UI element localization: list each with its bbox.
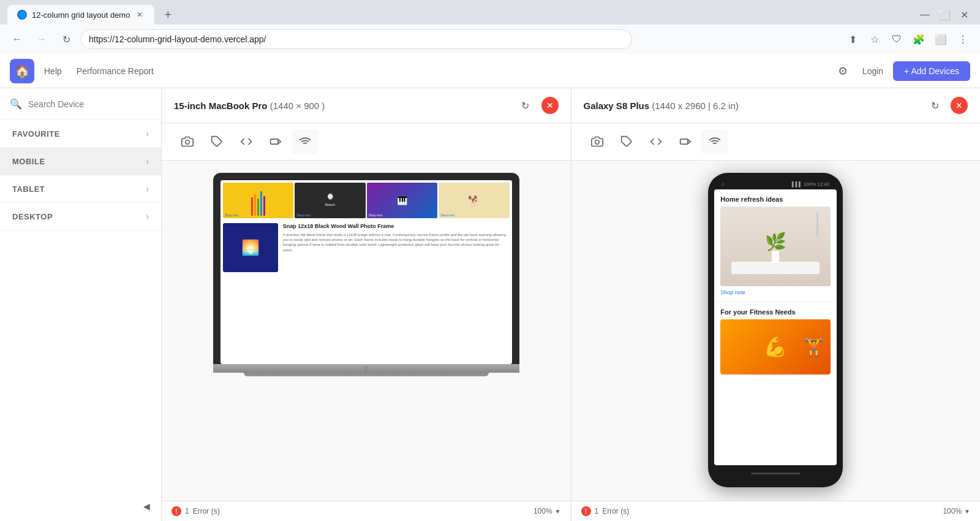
bookmark-button[interactable]: ☆	[865, 29, 884, 49]
tag-tool-right[interactable]	[613, 129, 640, 154]
device-name-left: 15-inch MacBook Pro	[174, 101, 268, 111]
sidebar-item-favourite[interactable]: FAVOURITE ›	[0, 120, 161, 148]
svg-marker-3	[278, 140, 281, 144]
url-text: https://12-column-grid-layout-demo.verce…	[89, 34, 266, 44]
browser-tab[interactable]: 🌐 12-column grid layout demo ✕	[7, 5, 154, 25]
zoom-arrow-right: ▼	[964, 508, 970, 515]
gear-icon: ⚙	[838, 64, 848, 78]
svg-marker-8	[688, 140, 690, 144]
laptop-mockup: Shop now	[213, 173, 519, 376]
browser-nav-bar: ← → ↻ https://12-column-grid-layout-demo…	[0, 25, 980, 54]
wifi-tool-left[interactable]	[292, 129, 318, 154]
camera-tool-left[interactable]	[174, 129, 201, 154]
extension-button[interactable]: 🛡	[887, 29, 907, 49]
app-nav: Help Performance Report	[44, 66, 154, 76]
forward-button[interactable]: →	[32, 29, 51, 49]
app-logo: 🏠	[10, 59, 34, 83]
window-maximize-button[interactable]: ⬜	[936, 6, 953, 23]
share-button[interactable]: ⬆	[843, 29, 862, 49]
device-title-left: 15-inch MacBook Pro (1440 × 900 )	[174, 101, 325, 111]
device-header-left: 15-inch MacBook Pro (1440 × 900 ) ↻ ✕	[162, 88, 571, 123]
chevron-right-icon-desktop: ›	[146, 211, 149, 221]
zoom-control-left[interactable]: 100% ▼	[533, 507, 561, 515]
product-desc-left: A timeless flat black frame that holds a…	[283, 232, 510, 253]
settings-button[interactable]: ⚙	[833, 61, 853, 81]
device-panel-right: Galaxy S8 Plus (1440 x 2960 | 6.2 in) ↻ …	[571, 88, 981, 521]
tab-title: 12-column grid layout demo	[32, 10, 130, 20]
sidebar: 🔍 FAVOURITE › MOBILE › TABLET › DESKTOP …	[0, 88, 162, 521]
device-panel-left: 15-inch MacBook Pro (1440 × 900 ) ↻ ✕	[162, 88, 571, 521]
app-bar-right: ⚙ Login + Add Devices	[833, 61, 970, 81]
zoom-arrow-left: ▼	[555, 508, 561, 515]
sidebar-label-mobile: MOBILE	[12, 157, 45, 166]
error-icon-right: !	[581, 506, 591, 516]
wifi-tool-right[interactable]	[701, 129, 728, 154]
tag-tool-left[interactable]	[203, 129, 230, 154]
device-viewport-right: ▌▌▌ 100% 12:42 Home refresh ideas	[571, 161, 981, 501]
device-resolution-left: (1440 × 900 )	[270, 101, 325, 111]
sidebar-item-mobile[interactable]: MOBILE ›	[0, 148, 161, 175]
search-input[interactable]	[28, 99, 151, 109]
refresh-device-left-button[interactable]: ↻	[516, 96, 535, 115]
nav-help[interactable]: Help	[44, 66, 62, 76]
tab-close-button[interactable]: ✕	[135, 10, 145, 20]
code-tool-right[interactable]	[643, 129, 669, 154]
chevron-right-icon-mobile: ›	[146, 156, 149, 166]
error-badge-left: ! 1 Error (s)	[172, 506, 220, 516]
error-badge-right: ! 1 Error (s)	[581, 506, 630, 516]
search-box: 🔍	[0, 88, 161, 120]
browser-menu-button[interactable]: ⋮	[953, 29, 973, 49]
app-bar: 🏠 Help Performance Report ⚙ Login + Add …	[0, 54, 980, 88]
login-button[interactable]: Login	[862, 66, 883, 76]
video-tool-left[interactable]	[262, 129, 289, 154]
sidebar-item-desktop[interactable]: DESKTOP ›	[0, 203, 161, 230]
svg-point-5	[595, 140, 599, 145]
svg-rect-7	[680, 139, 688, 144]
close-device-left-button[interactable]: ✕	[541, 97, 559, 114]
device-toolbar-left	[162, 123, 571, 161]
chevron-right-icon: ›	[146, 129, 149, 139]
svg-point-0	[186, 140, 190, 145]
phone-section2-title: For your Fitness Needs	[720, 308, 831, 316]
collapse-icon: ◀	[139, 499, 154, 514]
phone-section1-title: Home refresh ideas	[720, 196, 831, 203]
error-label-right: Error (s)	[602, 507, 629, 515]
sidebar-item-tablet[interactable]: TABLET ›	[0, 175, 161, 203]
tab-favicon: 🌐	[17, 10, 27, 20]
code-tool-left[interactable]	[233, 129, 260, 154]
device-viewport-left: Shop now	[162, 161, 571, 501]
zoom-value-right: 100%	[943, 507, 962, 515]
device-actions-left: ↻ ✕	[516, 96, 559, 115]
device-header-right: Galaxy S8 Plus (1440 x 2960 | 6.2 in) ↻ …	[571, 88, 981, 123]
new-tab-button[interactable]: +	[159, 6, 176, 23]
zoom-control-right[interactable]: 100% ▼	[943, 507, 970, 515]
device-actions-right: ↻ ✕	[925, 96, 968, 115]
refresh-device-right-button[interactable]: ↻	[925, 96, 944, 115]
reload-button[interactable]: ↻	[56, 29, 76, 49]
close-device-right-button[interactable]: ✕	[951, 97, 968, 114]
extensions-button[interactable]: 🧩	[909, 29, 929, 49]
nav-performance-report[interactable]: Performance Report	[77, 66, 154, 76]
back-button[interactable]: ←	[7, 29, 27, 49]
laptop-screen-outer: Shop now	[213, 173, 519, 364]
content-area: 15-inch MacBook Pro (1440 × 900 ) ↻ ✕	[162, 88, 980, 521]
sidebar-collapse-button[interactable]: ◀	[132, 492, 161, 521]
browser-title-bar: 🌐 12-column grid layout demo ✕ + — ⬜ ✕	[0, 0, 980, 25]
video-tool-right[interactable]	[672, 129, 699, 154]
error-count-right: 1	[595, 507, 599, 515]
window-close-button[interactable]: ✕	[956, 6, 973, 23]
device-toolbar-right	[571, 123, 981, 161]
svg-rect-2	[271, 139, 279, 144]
search-icon: 🔍	[10, 98, 22, 110]
error-icon-left: !	[172, 506, 181, 516]
camera-tool-right[interactable]	[584, 129, 611, 154]
error-count-left: 1	[185, 507, 189, 515]
sidebar-label-favourite: FAVOURITE	[12, 129, 60, 139]
device-footer-left: ! 1 Error (s) 100% ▼	[162, 501, 571, 521]
window-minimize-button[interactable]: —	[916, 6, 933, 23]
add-devices-button[interactable]: + Add Devices	[893, 61, 970, 81]
zoom-value-left: 100%	[533, 507, 552, 515]
tablet-view-button[interactable]: ⬜	[931, 29, 951, 49]
phone-section1-shop[interactable]: Shop now	[720, 289, 831, 295]
address-bar[interactable]: https://12-column-grid-layout-demo.verce…	[81, 29, 632, 49]
